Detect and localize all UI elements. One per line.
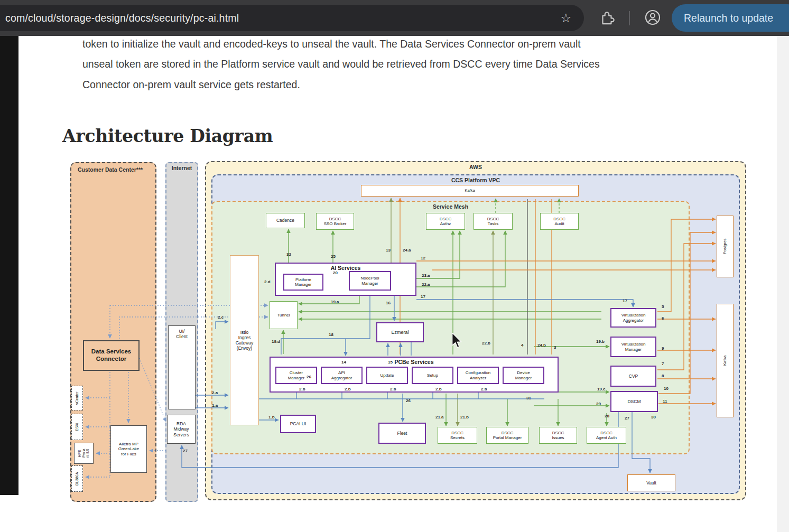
node-portal: DSCC Portal Manager: [486, 427, 528, 444]
edge-label: 32: [286, 252, 291, 257]
node-postgres: Postgres: [717, 216, 734, 277]
node-vcenter: vCenter: [71, 386, 83, 410]
node-ezmeral: Ezmeral: [376, 322, 424, 342]
edge-label: 7: [662, 361, 664, 366]
toolbar-divider: [629, 11, 630, 25]
left-window-strip: [0, 36, 18, 495]
url-text: com/cloud/storage-design/docs/security/p…: [5, 5, 239, 31]
edge-label: 2.a: [212, 390, 218, 395]
node-cvp: CVP: [610, 366, 656, 387]
edge-label: 31: [526, 396, 531, 400]
edge-label: 12: [421, 256, 425, 260]
extensions-icon[interactable]: [599, 10, 615, 25]
page-title: Architecture Diagram: [62, 126, 273, 146]
node-uiclient: UI/ Client: [168, 325, 196, 409]
edge-label: 22.a: [422, 282, 430, 287]
edge-label: 21.a: [435, 415, 444, 419]
edge-label: 28: [605, 414, 609, 418]
edge-label: 25: [331, 254, 336, 259]
node-istio: Istio Ingres Gateway (Envoy): [230, 255, 259, 425]
edge-label: 2.d: [264, 279, 271, 284]
node-tunnel: Tunnel: [270, 301, 298, 329]
profile-icon[interactable]: [644, 9, 661, 26]
node-cadence: Cadence: [266, 213, 305, 228]
node-platform: Platform Manager: [283, 274, 323, 291]
edge-label: 2.b: [390, 387, 396, 391]
edge-label: 17: [421, 294, 425, 299]
node-secrets: DSCC Secrets: [438, 427, 477, 444]
edge-label: 26: [406, 398, 411, 403]
node-virtmgr: Virtualization Manager: [610, 337, 656, 357]
edge-label: 27: [183, 449, 188, 453]
right-scroll-strip[interactable]: [777, 36, 789, 532]
node-device: Device Manager: [503, 367, 544, 384]
edge-label: 2.b: [481, 387, 487, 391]
edge-label: 24.a: [403, 248, 411, 253]
node-nodepool: NodePool Manager: [349, 271, 391, 291]
node-kafkatop: Kafka: [361, 185, 579, 197]
edge-label: 26: [307, 375, 311, 379]
architecture-diagram: Customer Data Center***InternetAWSCCS Pl…: [62, 155, 747, 506]
paragraph-line: unseal token are stored in the Platform …: [82, 54, 759, 74]
edge-label: 2.b: [299, 387, 305, 391]
edge-label: 27: [625, 416, 629, 421]
edge-label: 10: [664, 386, 669, 391]
edge-label: 23.a: [422, 273, 430, 278]
edge-label: 19.b: [596, 339, 605, 344]
node-api: API Aggregator: [321, 367, 363, 384]
node-authz: DSCC Authz: [426, 213, 465, 230]
node-config: Configuration Analyzer: [457, 367, 499, 384]
node-dscm: DSCM: [610, 391, 658, 412]
edge-label: 24.b: [537, 343, 546, 348]
edge-label: 14: [341, 360, 346, 365]
edge-label: 1.b: [268, 415, 275, 419]
node-fleet: Fleet: [378, 423, 426, 444]
edge-label: 21.b: [460, 415, 469, 419]
node-issues: DSCC Issues: [539, 427, 577, 444]
relaunch-to-update-button[interactable]: Relaunch to update: [672, 4, 789, 32]
paragraph-line: token to initialize the vault and encode…: [82, 34, 759, 54]
edge-label: 17: [623, 298, 627, 303]
node-esxi: ESXi: [71, 414, 83, 440]
node-agent: DSCC Agent Auth: [587, 427, 626, 444]
edge-label: 6: [662, 316, 664, 321]
node-virtagg: Virtualization Aggregator: [610, 308, 656, 328]
edge-label: 9: [662, 346, 664, 351]
node-dl380a: DL380A: [71, 465, 83, 492]
node-vault: Vault: [627, 474, 675, 491]
node-rda: RDA Midway Servers: [167, 415, 196, 444]
edge-label: 2.b: [345, 387, 351, 391]
browser-toolbar: com/cloud/storage-design/docs/security/p…: [0, 0, 789, 36]
edge-label: 19.a: [331, 300, 339, 304]
edge-label: 13: [386, 248, 391, 253]
edge-label: 19.c: [597, 387, 606, 391]
node-pcai: PCAI UI: [280, 415, 316, 433]
edge-label: 5: [662, 304, 664, 309]
edge-label: 1.a: [212, 403, 218, 408]
node-hpe: HPE Prolia nt 8.0: [74, 443, 94, 464]
node-sso: DSCC SSO Broker: [316, 213, 354, 230]
node-update: Update: [366, 367, 408, 384]
edge-label: 2.b: [435, 387, 442, 391]
edge-label: 22.b: [482, 341, 490, 346]
edge-label: 29: [596, 402, 601, 406]
edge-label: 20: [333, 270, 338, 275]
bookmark-star-icon[interactable]: ☆: [560, 10, 571, 26]
node-dsc: Data Services Connector: [83, 340, 140, 371]
mouse-cursor-icon: [452, 333, 462, 351]
node-tasks: DSCC Tasks: [474, 213, 513, 230]
paragraph-line: Connector on-prem vault service gets res…: [82, 74, 759, 95]
edge-label: 4: [521, 343, 523, 348]
node-setup: Setup: [412, 367, 453, 384]
edge-label: 11: [663, 399, 667, 404]
edge-label: 2.c: [218, 315, 224, 320]
edge-label: 3: [554, 345, 556, 350]
vault-paragraph: token to initialize the vault and encode…: [82, 34, 759, 95]
edge-label: 16: [386, 301, 391, 305]
edge-label: 30: [651, 415, 656, 419]
edge-label: 15: [388, 360, 393, 365]
edge-label: 18: [329, 332, 333, 337]
node-kafkaright: Kafka: [717, 304, 734, 417]
address-bar[interactable]: com/cloud/storage-design/docs/security/p…: [0, 5, 584, 31]
edge-label: 19.d: [272, 339, 280, 344]
